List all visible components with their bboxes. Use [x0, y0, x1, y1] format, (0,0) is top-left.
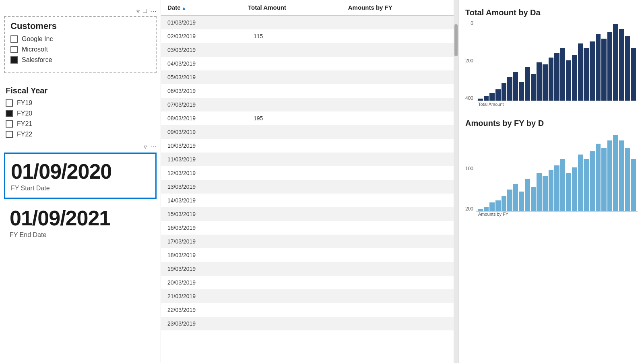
customer-item-google[interactable]: Google Inc [10, 35, 150, 43]
cell-amounts-by-fy [342, 276, 454, 289]
table-row[interactable]: 16/03/2019 [161, 221, 454, 235]
table-row[interactable]: 10/03/2019 [161, 139, 454, 153]
customers-title: Customers [10, 21, 150, 31]
chart2-bar [549, 170, 554, 211]
chart2-y-label: Amounts by FY [465, 212, 638, 217]
table-row[interactable]: 09/03/2019 [161, 125, 454, 139]
fy19-item[interactable]: FY19 [6, 99, 155, 107]
checkbox-google[interactable] [10, 35, 18, 43]
col-amounts-by-fy[interactable]: Amounts by FY [342, 0, 454, 15]
cell-date: 05/03/2019 [161, 70, 242, 84]
checkbox-fy19[interactable] [6, 99, 13, 107]
table-row[interactable]: 22/03/2019 [161, 303, 454, 317]
expand-icon[interactable]: □ [143, 7, 147, 15]
table-row[interactable]: 06/03/2019 [161, 84, 454, 98]
chart1-bar [590, 41, 595, 101]
col-total-amount[interactable]: Total Amount [242, 0, 342, 15]
fy-end-date-label: FY End Date [10, 231, 151, 239]
chart2-bar [484, 207, 489, 211]
cell-date: 21/03/2019 [161, 289, 242, 303]
cell-total-amount [242, 139, 342, 153]
chart1-title: Total Amount by Da [465, 8, 638, 17]
date-more-icon[interactable]: ⋯ [150, 143, 157, 151]
cell-total-amount [242, 221, 342, 235]
chart2-bar [584, 159, 589, 211]
cell-date: 14/03/2019 [161, 194, 242, 207]
more-icon[interactable]: ⋯ [150, 7, 157, 15]
checkbox-microsoft[interactable] [10, 46, 18, 53]
chart2-bar [495, 200, 501, 211]
table-row[interactable]: 15/03/2019 [161, 207, 454, 221]
chart2-bar [531, 187, 536, 211]
fy22-item[interactable]: FY22 [6, 131, 155, 138]
chart2-bar [502, 196, 507, 211]
fy-end-date-value: 01/09/2021 [10, 207, 151, 230]
cell-total-amount [242, 248, 342, 262]
chart2-bar [513, 184, 518, 211]
cell-amounts-by-fy [342, 289, 454, 303]
fy21-item[interactable]: FY21 [6, 120, 155, 128]
table-row[interactable]: 18/03/2019 [161, 248, 454, 262]
cell-amounts-by-fy [342, 84, 454, 98]
chart2-bar [560, 159, 566, 211]
chart2-ytick-mid: 100 [465, 166, 473, 171]
cell-amounts-by-fy [342, 303, 454, 317]
checkbox-fy20[interactable] [6, 110, 13, 117]
table-row[interactable]: 20/03/2019 [161, 276, 454, 289]
table-row[interactable]: 01/03/2019 [161, 15, 454, 29]
chart2-block: Amounts by FY by D 200 100 Amounts by FY [465, 119, 638, 217]
table-row[interactable]: 23/03/2019 [161, 317, 454, 330]
chart1-bar [478, 99, 483, 101]
chart1-bar [596, 34, 601, 101]
middle-panel: Date Total Amount Amounts by FY 01/03/20… [161, 0, 459, 363]
customer-item-salesforce[interactable]: Salesforce [10, 56, 150, 64]
fy20-item[interactable]: FY20 [6, 110, 155, 117]
table-row[interactable]: 13/03/2019 [161, 180, 454, 194]
cell-amounts-by-fy [342, 248, 454, 262]
scrollbar[interactable] [454, 0, 458, 363]
cell-total-amount [242, 15, 342, 29]
table-row[interactable]: 05/03/2019 [161, 70, 454, 84]
checkbox-fy22[interactable] [6, 131, 13, 138]
fy-start-date-card[interactable]: 01/09/2020 FY Start Date [4, 153, 157, 199]
scroll-thumb[interactable] [454, 24, 458, 56]
chart2-bar [601, 148, 607, 211]
fy-start-date-value: 01/09/2020 [11, 160, 150, 183]
table-row[interactable]: 17/03/2019 [161, 235, 454, 248]
chart2-bar [578, 155, 583, 211]
chart1-bar [489, 93, 495, 101]
chart1-bar [513, 72, 518, 101]
table-container[interactable]: Date Total Amount Amounts by FY 01/03/20… [161, 0, 454, 363]
checkbox-fy21[interactable] [6, 120, 13, 128]
cell-date: 15/03/2019 [161, 207, 242, 221]
table-row[interactable]: 14/03/2019 [161, 194, 454, 207]
chart2-bar [607, 140, 613, 211]
col-date[interactable]: Date [161, 0, 242, 15]
chart1-bar [543, 64, 548, 101]
cell-date: 04/03/2019 [161, 57, 242, 70]
table-row[interactable]: 12/03/2019 [161, 166, 454, 180]
cell-date: 19/03/2019 [161, 262, 242, 276]
table-row[interactable]: 02/03/2019115 [161, 29, 454, 43]
cell-date: 10/03/2019 [161, 139, 242, 153]
customer-item-microsoft[interactable]: Microsoft [10, 46, 150, 53]
table-row[interactable]: 03/03/2019 [161, 43, 454, 57]
chart2-ytick-top: 200 [465, 206, 473, 212]
cell-amounts-by-fy [342, 317, 454, 330]
table-row[interactable]: 19/03/2019 [161, 262, 454, 276]
table-row[interactable]: 11/03/2019 [161, 153, 454, 166]
table-row[interactable]: 21/03/2019 [161, 289, 454, 303]
cell-amounts-by-fy [342, 43, 454, 57]
fy22-label: FY22 [17, 131, 32, 138]
checkbox-salesforce[interactable] [10, 56, 18, 64]
table-row[interactable]: 07/03/2019 [161, 98, 454, 111]
fy-end-date-card[interactable]: 01/09/2021 FY End Date [4, 199, 157, 244]
table-row[interactable]: 08/03/2019195 [161, 111, 454, 125]
chart2-bar [537, 173, 542, 211]
fy19-label: FY19 [17, 99, 32, 107]
table-header-row: Date Total Amount Amounts by FY [161, 0, 454, 15]
filter-icon[interactable]: ▿ [136, 7, 140, 15]
customer-label-salesforce: Salesforce [22, 56, 52, 64]
date-filter-icon[interactable]: ▿ [144, 143, 147, 151]
table-row[interactable]: 04/03/2019 [161, 57, 454, 70]
